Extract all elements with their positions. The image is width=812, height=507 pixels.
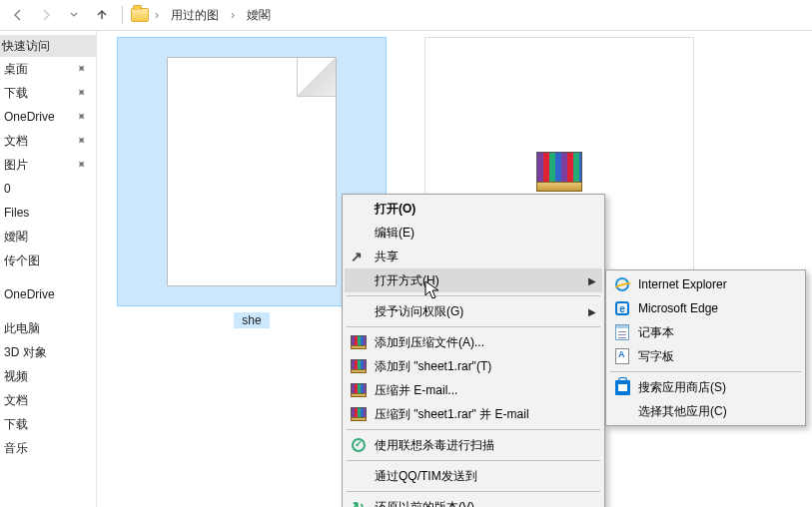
sidebar-item-label: 视频 (4, 368, 28, 385)
submenu-arrow-icon: ▶ (588, 275, 596, 286)
rar-icon (350, 333, 368, 351)
file-pane[interactable]: she 打开(O) 编辑(E) 共享 打开方式(H)▶ 授予访问权限(G)▶ 添… (97, 31, 812, 507)
sidebar-item-label: 桌面 (4, 61, 28, 78)
sidebar-item-label: Files (4, 206, 29, 220)
sidebar-header-label: 快速访问 (2, 38, 50, 55)
nav-up-button[interactable] (90, 3, 114, 27)
address-toolbar: › 用过的图 › 嬡閣 (0, 0, 812, 31)
sidebar-item-chuangetu[interactable]: 传个图 (0, 249, 96, 272)
toolbar-separator (122, 6, 123, 24)
ctx-separator (347, 460, 600, 461)
sidebar-item-aige[interactable]: 嬡閣 (0, 225, 96, 249)
ctx-share[interactable]: 共享 (345, 245, 602, 268)
breadcrumb-seg-2[interactable]: 嬡閣 (241, 7, 277, 24)
sidebar-quick-access-header[interactable]: 快速访问 (0, 35, 96, 57)
openwith-ie[interactable]: Internet Explorer (608, 272, 803, 296)
rar-icon (350, 405, 368, 423)
sidebar-item-downloads[interactable]: 下载✦ (0, 81, 96, 105)
sidebar-item-label: 此电脑 (4, 320, 40, 337)
ctx-separator (347, 491, 600, 492)
openwith-edge[interactable]: Microsoft Edge (608, 296, 803, 320)
openwith-notepad[interactable]: 记事本 (608, 320, 803, 344)
ctx-label: 打开(O) (375, 201, 415, 218)
sidebar-item-music[interactable]: 音乐 (0, 436, 96, 460)
sidebar-item-documents[interactable]: 文档✦ (0, 129, 96, 153)
sidebar-item-label: 传个图 (4, 253, 40, 269)
sidebar-item-label: 下载 (4, 416, 28, 433)
notepad-icon (613, 323, 631, 341)
ctx-grant-access[interactable]: 授予访问权限(G)▶ (345, 299, 602, 323)
sidebar-item-label: OneDrive (4, 287, 55, 301)
sidebar-item-pictures[interactable]: 图片✦ (0, 153, 96, 177)
nav-history-dropdown[interactable] (62, 3, 86, 27)
sidebar-item-videos[interactable]: 视频 (0, 364, 96, 388)
nav-sidebar: 快速访问 桌面✦ 下载✦ OneDrive✦ 文档✦ 图片✦ 0 Files 嬡… (0, 31, 97, 507)
sidebar-item-downloads2[interactable]: 下载 (0, 412, 96, 436)
context-menu: 打开(O) 编辑(E) 共享 打开方式(H)▶ 授予访问权限(G)▶ 添加到压缩… (342, 194, 605, 507)
ctx-label: 共享 (375, 249, 399, 265)
sidebar-item-0[interactable]: 0 (0, 177, 96, 201)
sidebar-item-desktop[interactable]: 桌面✦ (0, 57, 96, 81)
ctx-label: 通过QQ/TIM发送到 (375, 468, 477, 485)
ctx-label: 记事本 (638, 324, 674, 341)
ctx-label: 授予访问权限(G) (375, 303, 463, 320)
ctx-label: 压缩并 E-mail... (375, 382, 457, 399)
folder-icon (131, 8, 149, 22)
pin-icon: ✦ (74, 157, 91, 174)
ie-icon (613, 275, 631, 293)
ctx-send-qq[interactable]: 通过QQ/TIM发送到 (345, 464, 602, 488)
sidebar-item-label: 图片 (4, 157, 28, 174)
sidebar-group-onedrive[interactable]: OneDrive (0, 282, 96, 306)
breadcrumb-separator: › (229, 8, 237, 22)
pin-icon: ✦ (74, 109, 91, 126)
ctx-lenovo-scan[interactable]: 使用联想杀毒进行扫描 (345, 433, 602, 457)
file-caption: she (234, 312, 269, 328)
pin-icon: ✦ (74, 133, 91, 150)
ctx-label: 使用联想杀毒进行扫描 (375, 437, 494, 454)
rar-icon (536, 152, 582, 192)
ctx-open[interactable]: 打开(O) (345, 197, 602, 221)
sidebar-item-files[interactable]: Files (0, 201, 96, 225)
ctx-separator (347, 326, 600, 327)
ctx-open-with[interactable]: 打开方式(H)▶ (345, 268, 602, 292)
rar-icon (350, 357, 368, 375)
sidebar-item-onedrive[interactable]: OneDrive✦ (0, 105, 96, 129)
sidebar-item-label: OneDrive (4, 110, 55, 124)
ctx-compress-email[interactable]: 压缩并 E-mail... (345, 378, 602, 402)
ctx-label: 编辑(E) (375, 225, 414, 242)
share-icon (350, 248, 368, 265)
ctx-label: 搜索应用商店(S) (638, 379, 726, 396)
openwith-wordpad[interactable]: 写字板 (608, 344, 803, 368)
sidebar-item-3dobjects[interactable]: 3D 对象 (0, 340, 96, 364)
wordpad-icon (613, 347, 631, 365)
openwith-choose[interactable]: 选择其他应用(C) (608, 399, 803, 423)
breadcrumb-seg-1[interactable]: 用过的图 (165, 7, 225, 24)
sidebar-item-label: 0 (4, 182, 11, 196)
ctx-label: 还原以前的版本(V) (375, 499, 474, 508)
ctx-add-archive[interactable]: 添加到压缩文件(A)... (345, 330, 602, 354)
sidebar-item-label: 音乐 (4, 440, 28, 457)
pin-icon: ✦ (74, 85, 91, 102)
ctx-label: Internet Explorer (638, 277, 727, 291)
pin-icon: ✦ (74, 61, 91, 78)
sidebar-item-documents2[interactable]: 文档 (0, 388, 96, 412)
sidebar-item-label: 文档 (4, 392, 28, 409)
ctx-label: Microsoft Edge (638, 301, 718, 315)
ctx-label: 选择其他应用(C) (638, 403, 727, 420)
rar-icon (350, 381, 368, 399)
ctx-separator (347, 295, 600, 296)
sidebar-group-thispc[interactable]: 此电脑 (0, 316, 96, 340)
edge-icon (613, 299, 631, 317)
ctx-restore-previous[interactable]: 还原以前的版本(V) (345, 495, 602, 507)
ctx-compress-rar-email[interactable]: 压缩到 "sheet1.rar" 并 E-mail (345, 402, 602, 426)
open-with-submenu: Internet Explorer Microsoft Edge 记事本 写字板… (605, 269, 806, 426)
openwith-store[interactable]: 搜索应用商店(S) (608, 375, 803, 399)
ctx-separator (610, 371, 801, 372)
sidebar-item-label: 文档 (4, 133, 28, 150)
nav-back-button[interactable] (6, 3, 30, 27)
shield-icon (350, 436, 368, 454)
ctx-add-to-rar[interactable]: 添加到 "sheet1.rar"(T) (345, 354, 602, 378)
nav-forward-button[interactable] (34, 3, 58, 27)
ctx-edit[interactable]: 编辑(E) (345, 221, 602, 245)
sidebar-item-label: 嬡閣 (4, 229, 28, 246)
